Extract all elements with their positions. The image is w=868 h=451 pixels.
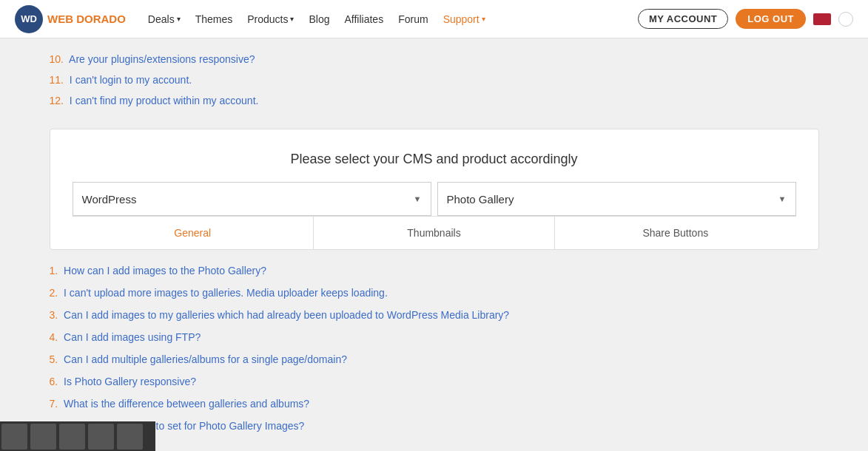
deals-arrow: ▾ [177, 15, 181, 23]
tabs-row: General Thumbnails Share Buttons [73, 216, 796, 249]
main-faq-list: 1. How can I add images to the Photo Gal… [50, 250, 819, 451]
logo-link[interactable]: WD WEB DORADO [15, 5, 126, 33]
tab-share-buttons[interactable]: Share Buttons [555, 217, 795, 249]
faq-num-5: 5. [50, 353, 58, 365]
tab-general[interactable]: General [73, 217, 314, 249]
strip-item-2 [30, 424, 56, 450]
top-faq-item-12: 12. I can't find my product within my ac… [50, 95, 819, 106]
my-account-button[interactable]: MY ACCOUNT [638, 9, 728, 29]
strip-item-1 [1, 424, 27, 450]
nav-products[interactable]: Products ▾ [247, 13, 294, 25]
cms-section: Please select your CMS and product accor… [50, 129, 819, 250]
faq-num-6: 6. [50, 376, 58, 387]
faq-link-4[interactable]: Can I add images using FTP? [64, 331, 201, 343]
flag-icon [813, 13, 831, 25]
faq-link-2[interactable]: I can't upload more images to galleries.… [64, 287, 388, 299]
faq-num-3: 3. [50, 309, 58, 321]
nav-deals[interactable]: Deals ▾ [148, 13, 181, 25]
strip-item-3 [59, 424, 85, 450]
top-faq-item-10: 10. Are your plugins/extensions responsi… [50, 53, 819, 65]
selects-row: WordPress Joomla Drupal Photo Gallery Sl… [73, 182, 796, 216]
faq-num-1: 1. [50, 265, 58, 277]
top-faq-link-10[interactable]: Are your plugins/extensions responsive? [69, 53, 255, 65]
strip-item-5 [117, 424, 143, 450]
faq-link-1[interactable]: How can I add images to the Photo Galler… [64, 265, 266, 277]
logout-button[interactable]: LOG OUT [736, 9, 806, 29]
nav-support[interactable]: Support ▾ [443, 13, 485, 25]
faq-num-4: 4. [50, 331, 58, 343]
nav-right: MY ACCOUNT LOG OUT [638, 9, 853, 29]
cms-select[interactable]: WordPress Joomla Drupal [73, 183, 431, 215]
faq-num-12: 12. [50, 95, 64, 106]
cms-section-title: Please select your CMS and product accor… [73, 152, 796, 167]
faq-link-5[interactable]: Can I add multiple galleries/albums for … [64, 353, 347, 365]
logo-web: WEB [47, 13, 76, 25]
cms-select-wrapper: WordPress Joomla Drupal [73, 182, 431, 216]
circle-icon [838, 12, 853, 27]
faq-item-4: 4. Can I add images using FTP? [50, 331, 819, 343]
top-faq-link-12[interactable]: I can't find my product within my accoun… [70, 95, 259, 106]
faq-link-3[interactable]: Can I add images to my galleries which h… [64, 309, 509, 321]
logo-dorado: DORADO [76, 13, 126, 25]
faq-num-2: 2. [50, 287, 58, 299]
main-content: 10. Are your plugins/extensions responsi… [27, 38, 841, 451]
logo-circle: WD [15, 5, 43, 33]
top-faq-link-11[interactable]: I can't login to my account. [70, 74, 192, 86]
support-arrow: ▾ [482, 15, 485, 23]
navbar: WD WEB DORADO Deals ▾ Themes Products ▾ … [0, 0, 868, 38]
product-select[interactable]: Photo Gallery Slider WD Form Maker Booki… [438, 183, 795, 215]
faq-item-8: 8. he best dimensions to set for Photo G… [50, 420, 819, 432]
nav-themes[interactable]: Themes [195, 13, 233, 25]
faq-item-1: 1. How can I add images to the Photo Gal… [50, 265, 819, 277]
faq-item-2: 2. I can't upload more images to galleri… [50, 287, 819, 299]
faq-item-3: 3. Can I add images to my galleries whic… [50, 309, 819, 321]
nav-affiliates[interactable]: Affiliates [345, 13, 384, 25]
navbar-nav: Deals ▾ Themes Products ▾ Blog Affiliate… [148, 13, 638, 25]
top-faq-item-11: 11. I can't login to my account. [50, 74, 819, 86]
faq-item-6: 6. Is Photo Gallery responsive? [50, 376, 819, 387]
nav-blog[interactable]: Blog [309, 13, 329, 25]
tab-thumbnails[interactable]: Thumbnails [314, 217, 555, 249]
faq-num-7: 7. [50, 398, 58, 410]
faq-link-7[interactable]: What is the difference between galleries… [64, 398, 309, 410]
logo-text: WEB DORADO [47, 13, 126, 25]
nav-forum[interactable]: Forum [398, 13, 428, 25]
faq-item-5: 5. Can I add multiple galleries/albums f… [50, 353, 819, 365]
logo-initials: WD [21, 13, 37, 24]
strip-item-4 [88, 424, 114, 450]
products-arrow: ▾ [290, 15, 294, 23]
faq-num-10: 10. [50, 53, 64, 65]
faq-link-6[interactable]: Is Photo Gallery responsive? [64, 376, 196, 387]
faq-item-7: 7. What is the difference between galler… [50, 398, 819, 410]
top-faq-list: 10. Are your plugins/extensions responsi… [50, 53, 819, 106]
product-select-wrapper: Photo Gallery Slider WD Form Maker Booki… [437, 182, 796, 216]
bottom-strip [0, 421, 155, 451]
faq-num-11: 11. [50, 74, 64, 86]
